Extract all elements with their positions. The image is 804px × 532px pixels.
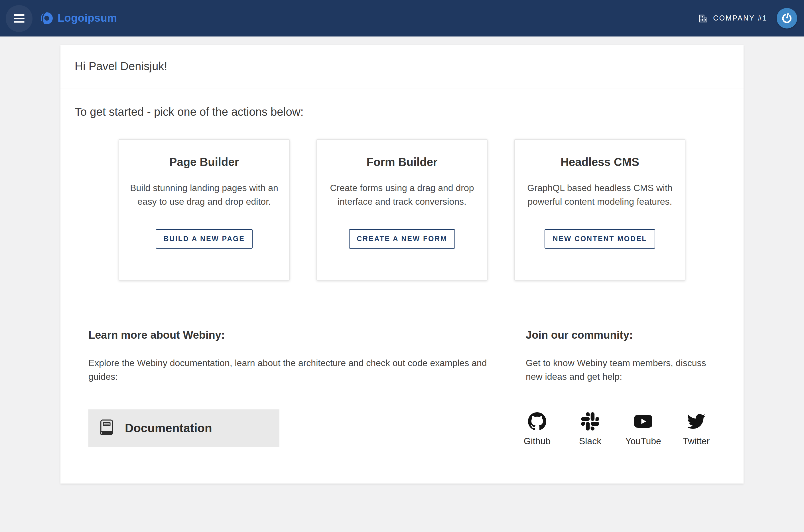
hamburger-menu-icon xyxy=(14,14,24,22)
card-description: Create forms using a drag and drop inter… xyxy=(327,181,477,209)
new-content-model-button[interactable]: NEW CONTENT MODEL xyxy=(545,229,655,249)
form-builder-card: Form Builder Create forms using a drag a… xyxy=(317,139,487,281)
create-new-form-button[interactable]: CREATE A NEW FORM xyxy=(349,229,455,249)
community-paragraph: Get to know Webiny team members, discuss… xyxy=(526,356,720,384)
app-root: Logoipsum xyxy=(0,0,804,532)
headless-cms-card: Headless CMS GraphQL based headless CMS … xyxy=(514,139,685,281)
youtube-link[interactable]: YouTube xyxy=(623,412,663,446)
twitter-icon xyxy=(687,412,706,431)
company-building-icon xyxy=(698,13,708,23)
greeting-text: Hi Pavel Denisjuk! xyxy=(75,60,729,73)
learn-more-column: Learn more about Webiny: Explore the Web… xyxy=(89,329,496,447)
card-title: Headless CMS xyxy=(523,155,676,169)
top-navbar: Logoipsum xyxy=(0,0,804,37)
social-label: YouTube xyxy=(625,436,661,446)
user-avatar[interactable] xyxy=(777,8,797,28)
community-column: Join our community: Get to know Webiny t… xyxy=(526,329,720,447)
social-label: Twitter xyxy=(683,436,710,446)
build-new-page-button[interactable]: BUILD A NEW PAGE xyxy=(155,229,253,249)
card-title: Form Builder xyxy=(326,155,478,169)
github-icon xyxy=(528,412,546,431)
documentation-label: Documentation xyxy=(125,421,212,435)
social-links-row: Github Slack xyxy=(517,412,720,446)
card-title: Page Builder xyxy=(128,155,281,169)
company-selector[interactable]: COMPANY #1 xyxy=(698,13,767,23)
social-label: Github xyxy=(524,436,551,446)
learn-more-heading: Learn more about Webiny: xyxy=(89,329,496,342)
actions-section: To get started - pick one of the actions… xyxy=(60,88,744,299)
card-description: Build stunning landing pages with an eas… xyxy=(129,181,280,209)
menu-button[interactable] xyxy=(6,5,33,32)
navbar-left: Logoipsum xyxy=(0,0,117,37)
intro-text: To get started - pick one of the actions… xyxy=(75,106,729,119)
action-cards-row: Page Builder Build stunning landing page… xyxy=(75,139,729,281)
github-link[interactable]: Github xyxy=(517,412,557,446)
book-icon xyxy=(97,419,116,438)
twitter-link[interactable]: Twitter xyxy=(676,412,716,446)
power-avatar-icon xyxy=(781,13,792,24)
company-label: COMPANY #1 xyxy=(713,14,767,22)
youtube-icon xyxy=(633,412,653,431)
page-builder-card: Page Builder Build stunning landing page… xyxy=(119,139,290,281)
logo-mark-icon xyxy=(40,12,54,25)
footer-section: Learn more about Webiny: Explore the Web… xyxy=(60,299,744,483)
slack-icon xyxy=(581,412,599,431)
greeting-section: Hi Pavel Denisjuk! xyxy=(60,45,744,88)
logo-text: Logoipsum xyxy=(58,12,117,24)
learn-more-paragraph: Explore the Webiny documentation, learn … xyxy=(89,356,496,384)
documentation-link[interactable]: Documentation xyxy=(89,410,280,447)
community-heading: Join our community: xyxy=(526,329,720,342)
social-label: Slack xyxy=(579,436,601,446)
slack-link[interactable]: Slack xyxy=(570,412,610,446)
welcome-card: Hi Pavel Denisjuk! To get started - pick… xyxy=(60,45,744,483)
card-description: GraphQL based headless CMS with powerful… xyxy=(524,181,675,209)
navbar-right: COMPANY #1 xyxy=(698,8,797,28)
app-logo[interactable]: Logoipsum xyxy=(40,12,117,25)
